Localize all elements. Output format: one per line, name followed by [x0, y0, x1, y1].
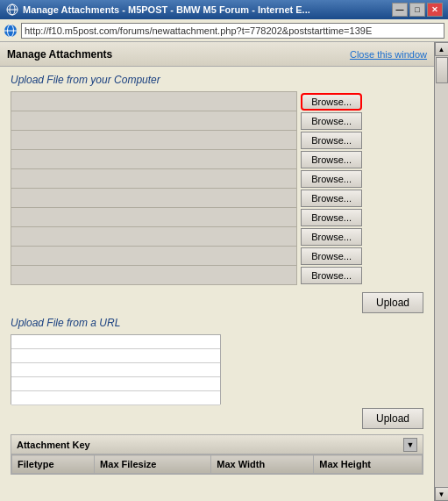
upload-from-computer-section: Upload File from your Computer Browse...… [11, 74, 423, 313]
file-input-cell [11, 266, 297, 285]
file-input-4[interactable] [11, 150, 296, 168]
browse-cell: Browse... [297, 150, 423, 169]
table-row: Browse... [11, 92, 423, 111]
file-input-2[interactable] [11, 111, 296, 130]
browse-button-8[interactable]: Browse... [301, 228, 362, 246]
manage-attachments-title: Manage Attachments [7, 48, 112, 61]
file-input-6[interactable] [11, 189, 296, 207]
table-header-row: Filetype Max Filesize Max Width Max Heig… [12, 455, 423, 474]
upload-from-url-section: Upload File from a URL Upload [11, 317, 423, 429]
col-max-filesize: Max Filesize [95, 455, 211, 474]
table-row: Browse... [11, 111, 423, 131]
title-bar: Manage Attachments - M5POST - BMW M5 For… [0, 0, 448, 19]
attachment-key-header: Attachment Key ▼ [11, 435, 423, 454]
browse-cell: Browse... [297, 247, 423, 266]
upload-computer-title: Upload File from your Computer [11, 74, 423, 86]
scrollbar: ▲ ▼ [434, 42, 448, 501]
file-input-cell [11, 111, 297, 131]
content-area: Manage Attachments Close this window Upl… [0, 42, 434, 501]
maximize-button[interactable]: □ [409, 3, 425, 17]
browse-cell: Browse... [297, 131, 423, 150]
browse-cell: Browse... [297, 92, 423, 111]
file-input-1[interactable] [11, 92, 296, 111]
manage-attachments-header: Manage Attachments Close this window [0, 42, 434, 67]
browse-button-9[interactable]: Browse... [301, 247, 362, 265]
file-input-9[interactable] [11, 247, 296, 265]
browse-button-7[interactable]: Browse... [301, 209, 362, 226]
table-row: Browse... [11, 150, 423, 169]
file-input-cell [11, 227, 297, 247]
upload-computer-button[interactable]: Upload [362, 292, 423, 313]
collapse-icon[interactable]: ▼ [403, 438, 417, 452]
attachment-key-title: Attachment Key [17, 440, 90, 450]
browse-cell: Browse... [297, 208, 423, 227]
url-input-5[interactable] [11, 391, 220, 405]
col-max-width: Max Width [211, 455, 314, 474]
table-row: Browse... [11, 169, 423, 189]
browse-cell: Browse... [297, 189, 423, 208]
browse-button-10[interactable]: Browse... [301, 267, 362, 284]
browser-logo-icon [4, 24, 18, 38]
col-filetype: Filetype [12, 455, 95, 474]
file-input-5[interactable] [11, 169, 296, 188]
scroll-track [435, 84, 448, 487]
file-input-8[interactable] [11, 227, 296, 246]
file-input-cell [11, 247, 297, 266]
table-row: Browse... [11, 131, 423, 150]
browse-button-4[interactable]: Browse... [301, 151, 362, 168]
browse-cell: Browse... [297, 266, 423, 285]
address-bar [0, 19, 448, 42]
upload-table: Browse... Browse... Browse... [11, 91, 423, 285]
browse-button-3[interactable]: Browse... [301, 132, 362, 149]
close-window-button[interactable]: ✕ [427, 3, 443, 17]
file-input-3[interactable] [11, 131, 296, 149]
url-input-4[interactable] [11, 377, 220, 391]
upload-url-title: Upload File from a URL [11, 317, 423, 329]
upload-url-button[interactable]: Upload [362, 408, 423, 429]
window-controls: — □ ✕ [392, 3, 443, 17]
file-input-cell [11, 189, 297, 208]
file-input-10[interactable] [11, 266, 296, 284]
browse-cell: Browse... [297, 169, 423, 189]
file-input-cell [11, 131, 297, 150]
file-input-cell [11, 150, 297, 169]
scroll-down-button[interactable]: ▼ [435, 487, 449, 501]
url-upload-row: Upload [11, 408, 423, 429]
browse-cell: Browse... [297, 227, 423, 247]
browse-button-1[interactable]: Browse... [301, 93, 362, 111]
file-input-cell [11, 92, 297, 111]
minimize-button[interactable]: — [392, 3, 408, 17]
scroll-up-button[interactable]: ▲ [435, 42, 449, 56]
browse-cell: Browse... [297, 111, 423, 131]
url-input-1[interactable] [11, 335, 220, 349]
file-input-cell [11, 169, 297, 189]
main-container: Manage Attachments Close this window Upl… [0, 42, 448, 501]
url-input-2[interactable] [11, 349, 220, 363]
url-input-box [11, 334, 221, 404]
table-row: Browse... [11, 189, 423, 208]
window-title: Manage Attachments - M5POST - BMW M5 For… [23, 4, 392, 15]
table-row: Browse... [11, 227, 423, 247]
file-input-7[interactable] [11, 208, 296, 226]
browse-button-2[interactable]: Browse... [301, 112, 362, 130]
browse-button-5[interactable]: Browse... [301, 170, 362, 188]
url-input-3[interactable] [11, 363, 220, 377]
scroll-thumb[interactable] [436, 57, 448, 83]
table-row: Browse... [11, 266, 423, 285]
browse-button-6[interactable]: Browse... [301, 190, 362, 207]
upload-btn-row: Upload [11, 292, 423, 313]
table-row: Browse... [11, 247, 423, 266]
browser-icon [5, 3, 19, 17]
table-row: Browse... [11, 208, 423, 227]
file-input-cell [11, 208, 297, 227]
inner-content: Upload File from your Computer Browse...… [0, 67, 434, 482]
attachment-key-section: Attachment Key ▼ Filetype Max Filesize M… [11, 434, 423, 475]
close-this-window-link[interactable]: Close this window [350, 49, 427, 60]
col-max-height: Max Height [314, 455, 423, 474]
attachment-key-table: Filetype Max Filesize Max Width Max Heig… [11, 454, 423, 474]
address-input[interactable] [21, 23, 444, 39]
